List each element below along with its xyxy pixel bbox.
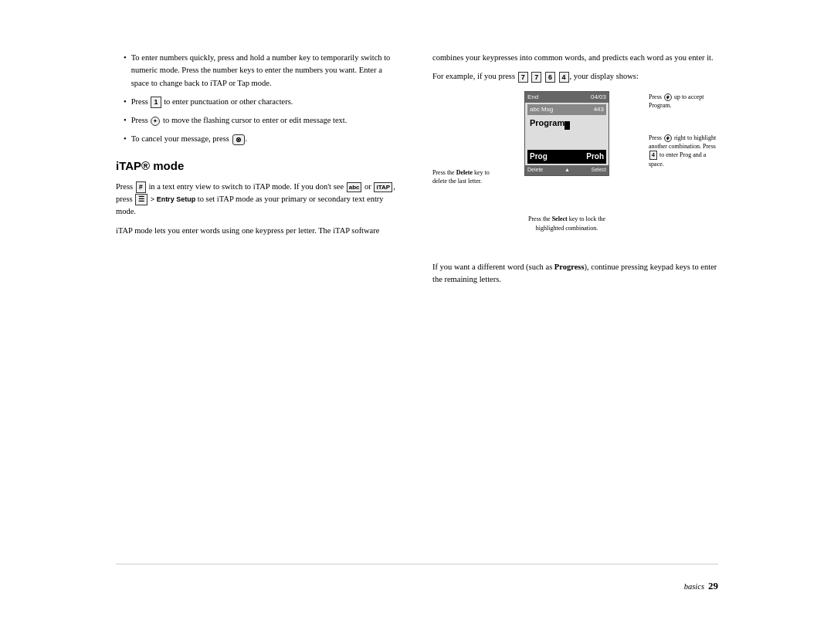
prog-text-hi: Prog: [530, 151, 548, 163]
select-label: Select: [552, 215, 568, 222]
bullet-text-4: To cancel your message, press ⊗.: [131, 133, 248, 145]
key-7a: 7: [518, 72, 528, 83]
footer-label: basics: [684, 582, 704, 591]
itap-para2: iTAP mode lets you enter words using one…: [116, 225, 402, 237]
screen-msg-row: abc Msg 443: [527, 104, 606, 115]
progress-word: Progress: [554, 263, 585, 271]
delete-label: Delete: [456, 169, 473, 176]
screen-msg-count: 443: [594, 105, 604, 114]
key-abc: abc: [347, 182, 362, 192]
phone-screen: End 04/03 abc Msg 443 Program: [524, 91, 609, 176]
bullet-text-2: Press 1 to enter punctuation or other ch…: [131, 96, 293, 108]
key-6: 6: [545, 72, 555, 83]
page: To enter numbers quickly, press and hold…: [116, 52, 718, 592]
annotation-right-top: Press ✦ up to accept Program.: [649, 93, 718, 110]
screen-date: 04/03: [591, 93, 606, 102]
annotation-left-bot: Press the Delete key to delete the last …: [432, 168, 502, 185]
key-cancel: ⊗: [232, 134, 245, 146]
screen-content: abc Msg 443 Program Prog Proh: [525, 103, 609, 165]
screen-bottom-bar: Delete ▲ Select: [525, 165, 609, 175]
annotation-center-bot: Press the Select key to lock the highlig…: [524, 215, 609, 234]
section-title: iTAP® mode: [116, 157, 402, 175]
key-1: 1: [151, 97, 161, 108]
right-para3: If you want a different word (such as Pr…: [432, 261, 718, 286]
proh-text: Proh: [586, 151, 604, 163]
entry-setup-text: > Entry Setup: [151, 195, 195, 203]
list-item: Press to move the flashing cursor to ent…: [116, 114, 402, 127]
screen-divider: ▲: [564, 166, 570, 175]
left-column: To enter numbers quickly, press and hold…: [116, 52, 402, 556]
key-hash: #: [136, 181, 146, 193]
key-itap: iTAP: [374, 182, 392, 192]
cursor-block: [564, 121, 570, 130]
annotation-right-mid: Press ✦ right to highlight another combi…: [649, 134, 718, 169]
right-example: For example, if you press 7 7 6 4, your …: [432, 70, 718, 83]
content-area: To enter numbers quickly, press and hold…: [116, 52, 718, 556]
screen-highlighted-row: Prog Proh: [527, 150, 606, 164]
screen-abc-msg: abc Msg: [530, 105, 553, 114]
nav-icon: [151, 117, 160, 126]
bullet-text-1: To enter numbers quickly, press and hold…: [131, 52, 402, 90]
screen-select: Select: [592, 166, 606, 175]
screen-blank-2: [527, 141, 606, 150]
screen-header: End 04/03: [525, 92, 609, 103]
screen-blank-1: [527, 131, 606, 141]
screen-main-word: Program: [527, 115, 606, 131]
prog-text: Program: [530, 117, 570, 130]
nav-icon-anno2: ✦: [664, 134, 672, 142]
key-4: 4: [559, 72, 569, 83]
screen-end: End: [527, 93, 538, 102]
key-menu: ☰: [135, 194, 147, 205]
footer-page-number: 29: [708, 580, 718, 592]
right-column: combines your keypresses into common wor…: [432, 52, 718, 556]
key-7b: 7: [531, 72, 541, 83]
nav-icon-anno: ✦: [664, 93, 672, 101]
bullet-text-3: Press to move the flashing cursor to ent…: [131, 114, 348, 127]
list-item: To cancel your message, press ⊗.: [116, 133, 402, 145]
footer-area: basics 29: [116, 564, 718, 592]
bullet-list: To enter numbers quickly, press and hold…: [116, 52, 402, 146]
key-4-anno: 4: [649, 151, 657, 160]
itap-para1: Press # in a text entry view to switch t…: [116, 181, 402, 219]
screen-delete: Delete: [527, 166, 543, 175]
list-item: Press 1 to enter punctuation or other ch…: [116, 96, 402, 108]
right-intro: combines your keypresses into common wor…: [432, 52, 718, 64]
list-item: To enter numbers quickly, press and hold…: [116, 52, 402, 90]
diagram-area: End 04/03 abc Msg 443 Program: [432, 91, 718, 215]
